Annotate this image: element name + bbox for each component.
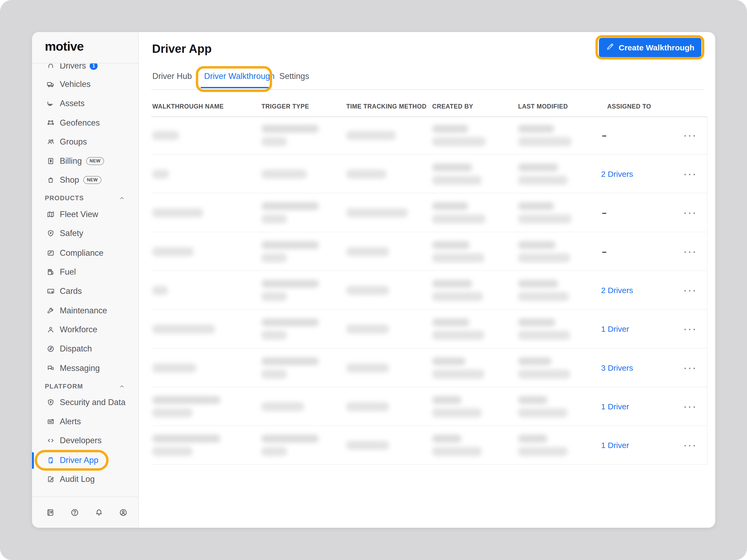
sidebar-item-label: Safety [60, 229, 83, 238]
create-walkthrough-label: Create Walkthrough [619, 43, 694, 52]
row-menu-button[interactable]: ... [678, 426, 702, 464]
blurred-text-blob [346, 364, 389, 373]
tab-driver-walkthrough[interactable]: Driver Walkthrough [204, 72, 275, 81]
sidebar-item-drivers[interactable]: Drivers1 [32, 63, 138, 74]
row-menu-button[interactable]: ... [678, 117, 702, 154]
blurred-text-blob [518, 357, 551, 365]
blurred-text-blob [518, 408, 567, 417]
sidebar-item-dispatch[interactable]: Dispatch [32, 340, 138, 357]
developers-icon [46, 436, 55, 445]
tab-settings[interactable]: Settings [279, 72, 309, 81]
blurred-text-blob [518, 176, 567, 185]
sidebar-section-products[interactable]: PRODUCTS [32, 192, 138, 205]
pencil-icon [606, 43, 614, 53]
redacted-cell-time [346, 388, 389, 425]
column-header-time-tracking-method: TIME TRACKING METHOD [346, 103, 427, 110]
blurred-text-blob [261, 214, 287, 223]
blurred-text-blob [432, 163, 472, 171]
sidebar-item-fuel[interactable]: Fuel [32, 264, 138, 281]
redacted-cell-modified [518, 349, 570, 387]
help-icon[interactable] [70, 508, 79, 517]
column-header-last-modified: LAST MODIFIED [518, 103, 568, 110]
tab-driver-hub[interactable]: Driver Hub [152, 72, 192, 81]
table-row: ... [151, 117, 707, 155]
blurred-text-blob [261, 137, 287, 146]
sidebar-item-maintenance[interactable]: Maintenance [32, 302, 138, 319]
sidebar-item-developers[interactable]: Developers [32, 432, 138, 449]
account-icon[interactable] [119, 508, 128, 517]
assigned-drivers-link[interactable]: 2 Drivers [601, 155, 633, 193]
blurred-text-blob [518, 370, 570, 379]
blurred-text-blob [261, 435, 319, 443]
blurred-text-blob [432, 435, 462, 443]
redacted-cell-time [346, 155, 386, 193]
assigned-drivers-link[interactable]: 1 Driver [601, 388, 629, 425]
sidebar-item-vehicles[interactable]: Vehicles [32, 76, 138, 93]
sidebar-item-messaging[interactable]: Messaging [32, 360, 138, 377]
blurred-text-blob [152, 131, 179, 140]
row-menu-button[interactable]: ... [678, 349, 702, 387]
messaging-icon [46, 364, 55, 373]
sidebar-item-driver-app[interactable]: Driver App [32, 452, 138, 469]
sidebar-item-audit-log[interactable]: Audit Log [32, 471, 138, 488]
groups-icon [46, 138, 55, 146]
chevron-up-icon[interactable] [119, 195, 125, 202]
sidebar-item-label: Vehicles [60, 79, 91, 89]
blurred-text-blob [261, 280, 319, 288]
sidebar-nav: Drivers1 Vehicles Assets Geofences Group… [32, 63, 138, 497]
row-menu-button[interactable]: ... [678, 233, 702, 270]
table-body: ...2 Drivers.........2 Drivers...1 Drive… [151, 117, 707, 465]
blurred-text-blob [261, 402, 304, 411]
sidebar-item-assets[interactable]: Assets [32, 95, 138, 112]
sidebar-item-groups[interactable]: Groups [32, 133, 138, 151]
row-menu-button[interactable]: ... [678, 271, 702, 309]
row-menu-button[interactable]: ... [678, 310, 702, 348]
assigned-drivers-link[interactable]: 1 Driver [601, 426, 629, 464]
redacted-cell-created [432, 117, 486, 154]
redacted-cell-name [152, 388, 221, 425]
assets-icon [46, 99, 55, 108]
assigned-drivers-link[interactable]: 2 Drivers [601, 271, 633, 309]
blurred-text-blob [152, 435, 221, 443]
blurred-text-blob [346, 286, 389, 295]
assigned-drivers-link[interactable]: 1 Driver [601, 310, 629, 348]
blurred-text-blob [261, 253, 287, 262]
drivers-icon [46, 63, 55, 70]
redacted-cell-name [152, 233, 194, 270]
assigned-drivers-link[interactable]: 3 Drivers [601, 349, 633, 387]
active-tab-underline [201, 87, 269, 88]
sidebar-item-fleet-view[interactable]: Fleet View [32, 206, 138, 223]
redacted-cell-name [152, 349, 196, 387]
cards-icon [46, 287, 55, 295]
create-walkthrough-button[interactable]: Create Walkthrough [599, 38, 701, 57]
sidebar-item-security-and-data[interactable]: Security and Data [32, 394, 138, 411]
sidebar-item-cards[interactable]: Cards [32, 283, 138, 300]
row-menu-button[interactable]: ... [678, 388, 702, 425]
sidebar-item-compliance[interactable]: Compliance [32, 244, 138, 262]
notifications-icon[interactable] [95, 508, 104, 517]
directory-icon[interactable] [46, 508, 55, 517]
sidebar-item-safety[interactable]: Safety [32, 225, 138, 242]
assigned-column-divider [707, 117, 707, 465]
sidebar-item-alerts[interactable]: Alerts [32, 413, 138, 430]
ellipsis-icon: ... [684, 396, 697, 411]
sidebar-section-platform[interactable]: PLATFORM [32, 380, 138, 393]
sidebar-item-workforce[interactable]: Workforce [32, 321, 138, 338]
table-row: 2 Drivers... [151, 155, 707, 193]
redacted-cell-name [152, 117, 179, 154]
new-tag: NEW [86, 157, 104, 165]
redacted-cell-name [152, 271, 168, 309]
redacted-cell-created [432, 426, 482, 464]
row-menu-button[interactable]: ... [678, 194, 702, 232]
sidebar-item-billing[interactable]: BillingNEW [32, 153, 138, 169]
redacted-cell-modified [518, 310, 570, 348]
row-menu-button[interactable]: ... [678, 155, 702, 193]
redacted-cell-time [346, 117, 396, 154]
blurred-text-blob [518, 292, 569, 301]
blurred-text-blob [518, 318, 556, 326]
chevron-up-icon[interactable] [119, 383, 125, 390]
sidebar-item-shop[interactable]: ShopNEW [32, 171, 138, 189]
blurred-text-blob [152, 447, 192, 456]
redacted-cell-created [432, 233, 484, 270]
sidebar-item-geofences[interactable]: Geofences [32, 114, 138, 131]
